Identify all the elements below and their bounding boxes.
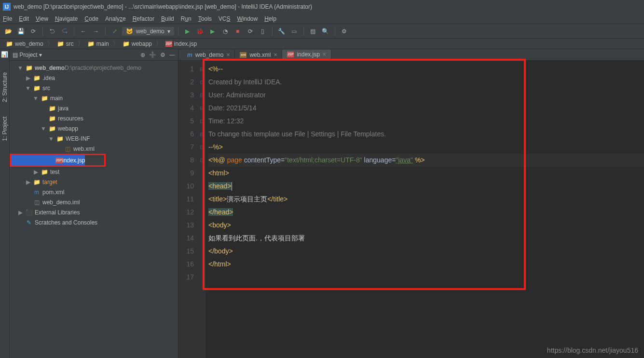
tree-item--idea[interactable]: ▶📁.idea <box>10 73 178 83</box>
tree-item-webapp[interactable]: ▼📁webapp <box>10 123 178 133</box>
run-configuration-selector[interactable]: 🐱 web_demo ▾ <box>122 27 174 36</box>
debug-icon[interactable]: 🐞 <box>195 26 206 37</box>
tab-web-demo[interactable]: mweb_demo× <box>182 50 235 60</box>
redo-icon[interactable]: ⮎ <box>59 26 70 37</box>
collapse-icon[interactable]: ⊕ <box>140 52 145 58</box>
tree-item-pom-xml[interactable]: mpom.xml <box>10 187 178 197</box>
tree-item-test[interactable]: ▶📁test <box>10 167 178 177</box>
window-title: web_demo [D:\practice\project\web_demo] … <box>14 3 312 10</box>
menu-analyze[interactable]: Analyze <box>105 15 126 22</box>
sidebar-tab-project[interactable]: 1: Project <box>1 117 8 141</box>
jsp-icon: JSP <box>287 52 294 57</box>
run-icon[interactable]: ▶ <box>182 26 193 37</box>
expand-arrow[interactable]: ▼ <box>17 65 23 71</box>
expand-arrow[interactable]: ▼ <box>33 95 39 102</box>
expand-arrow[interactable]: ▼ <box>41 125 46 132</box>
crumb-web-demo[interactable]: 📁web_demo <box>3 40 46 48</box>
menu-run[interactable]: Run <box>181 15 192 22</box>
tree-label: pom.xml <box>42 189 64 196</box>
close-icon[interactable]: × <box>226 52 230 58</box>
back-icon[interactable]: ← <box>78 26 89 37</box>
tree-label: index.jsp <box>62 157 85 164</box>
expand-arrow[interactable]: ▼ <box>25 85 31 92</box>
scratch-icon: ✎ <box>25 219 33 226</box>
tree-item-src[interactable]: ▼📁src <box>10 83 178 93</box>
settings-gear-icon[interactable]: ⚙ <box>160 52 165 58</box>
tree-label: java <box>58 105 69 112</box>
menu-vcs[interactable]: VCS <box>219 15 231 22</box>
tree-item-web_demo-iml[interactable]: ◫web_demo.iml <box>10 197 178 207</box>
tab-index-jsp[interactable]: JSPindex.jsp× <box>282 50 331 60</box>
menu-bar: File Edit View Navigate Code Analyze Ref… <box>0 13 644 24</box>
menu-view[interactable]: View <box>36 15 48 22</box>
save-icon[interactable]: 💾 <box>15 26 26 37</box>
tree-label: web.xml <box>73 146 95 152</box>
close-icon[interactable]: × <box>323 51 326 58</box>
hide-icon[interactable]: — <box>169 52 175 58</box>
separator <box>272 27 273 36</box>
expand-arrow[interactable]: ▶ <box>33 169 39 175</box>
project-tree[interactable]: ▼📁web_demo D:\practice\project\web_demo▶… <box>10 61 178 358</box>
project-view-selector[interactable]: ▤ Project ▾ <box>13 52 42 58</box>
tree-item-web_demo[interactable]: ▼📁web_demo D:\practice\project\web_demo <box>10 63 178 73</box>
avd-icon[interactable]: ▭ <box>289 26 300 37</box>
open-icon[interactable]: 📂 <box>3 26 14 37</box>
update-icon[interactable]: ⟳ <box>245 26 256 37</box>
forward-icon[interactable]: → <box>91 26 101 37</box>
fold-gutter[interactable]: ⊟⊡⊟⊟⊡⊟⊡⊡ <box>198 61 206 358</box>
code-editor[interactable]: 1234567891011121314151617 ⊟⊡⊟⊟⊡⊟⊡⊡ <%-- … <box>178 61 644 358</box>
menu-tools[interactable]: Tools <box>198 15 212 22</box>
separator <box>105 27 106 36</box>
stop-icon[interactable]: ■ <box>233 26 243 37</box>
tree-item-web-xml[interactable]: ◫web.xml <box>10 144 178 154</box>
refresh-icon[interactable]: ⟳ <box>28 26 39 37</box>
crumb-main[interactable]: 📁main <box>84 40 112 48</box>
tree-item-WEB-INF[interactable]: ▼📁WEB-INF <box>10 133 178 144</box>
code-content[interactable]: <%-- Created by IntelliJ IDEA. User: Adm… <box>206 61 644 358</box>
profile-icon[interactable]: ◔ <box>220 26 231 37</box>
structure-icon[interactable]: ▤ <box>308 26 318 37</box>
select-opened-icon[interactable]: ➕ <box>149 52 156 58</box>
head-close: </head> <box>208 208 233 216</box>
jsp-icon: JSP <box>55 158 62 163</box>
undo-icon[interactable]: ⮌ <box>47 26 57 37</box>
menu-navigate[interactable]: Navigate <box>55 15 78 22</box>
tree-item-java[interactable]: 📁java <box>10 103 178 113</box>
crumb-webapp[interactable]: 📁webapp <box>120 40 155 48</box>
folder-icon: 📁 <box>33 85 41 92</box>
menu-file[interactable]: File <box>3 15 12 22</box>
tree-item-target[interactable]: ▶📁target <box>10 177 178 187</box>
attach-icon[interactable]: ▯ <box>258 26 268 37</box>
menu-build[interactable]: Build <box>161 15 174 22</box>
build-icon[interactable]: ⤢ <box>110 26 120 37</box>
menu-code[interactable]: Code <box>84 15 98 22</box>
sidebar-tab-structure[interactable]: 2: Structure <box>1 72 8 102</box>
tree-item-External-Libraries[interactable]: ▶⬛External Libraries <box>10 207 178 217</box>
coverage-icon[interactable]: ▶ <box>207 26 218 37</box>
search-icon[interactable]: 🔍 <box>320 26 331 37</box>
expand-arrow[interactable]: ▼ <box>48 135 54 142</box>
tree-item-main[interactable]: ▼📁main <box>10 93 178 103</box>
project-tool-window: ▤ Project ▾ ⊕ ➕ ⚙ — ▼📁web_demo D:\practi… <box>10 49 178 358</box>
tree-item-Scratches-and-Consoles[interactable]: ✎Scratches and Consoles <box>10 217 178 227</box>
crumb-index-jsp[interactable]: JSPindex.jsp <box>163 40 200 48</box>
menu-help[interactable]: Help <box>264 15 276 22</box>
folder-icon: 📁 <box>25 65 33 71</box>
menu-refactor[interactable]: Refactor <box>133 15 154 22</box>
tree-item-index-jsp[interactable]: JSPindex.jsp <box>11 155 85 165</box>
tree-item-resources[interactable]: 📁resources <box>10 113 178 123</box>
wrench-icon[interactable]: 🔧 <box>276 26 287 37</box>
structure-chart-icon[interactable]: 📊 <box>1 51 8 58</box>
settings-icon[interactable]: ⚙ <box>339 26 350 37</box>
close-icon[interactable]: × <box>274 52 277 58</box>
separator <box>178 27 178 36</box>
crumb-src[interactable]: 📁src <box>54 40 77 48</box>
expand-arrow[interactable]: ▶ <box>25 179 31 186</box>
expand-arrow[interactable]: ▶ <box>17 209 23 216</box>
text-cursor <box>232 182 232 191</box>
run-config-label: web_demo <box>136 28 164 35</box>
tab-web-xml[interactable]: xmlweb.xml× <box>235 50 282 60</box>
menu-window[interactable]: Window <box>237 15 258 22</box>
expand-arrow[interactable]: ▶ <box>25 75 31 81</box>
menu-edit[interactable]: Edit <box>19 15 29 22</box>
